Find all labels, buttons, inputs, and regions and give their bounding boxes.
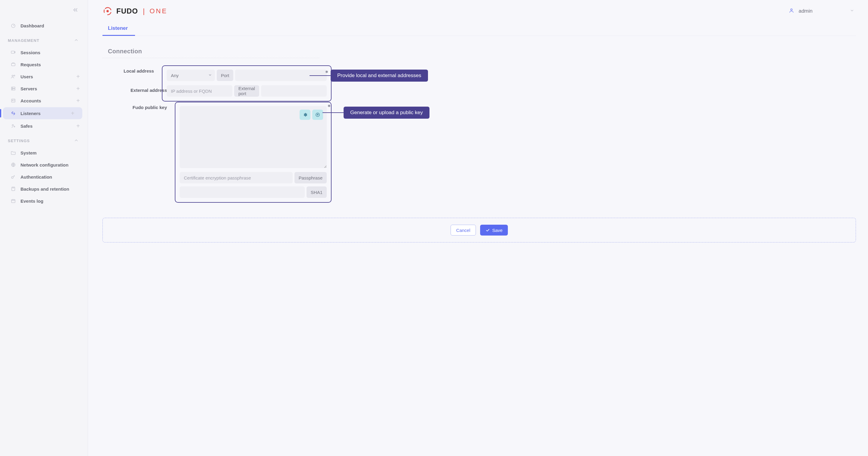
user-menu[interactable]: admin: [788, 7, 854, 15]
form-actions: Cancel Save: [102, 218, 856, 242]
calendar-icon: [10, 198, 16, 204]
sha-input[interactable]: [180, 187, 305, 198]
upload-icon: [315, 112, 320, 117]
sidebar-item-dashboard[interactable]: Dashboard: [0, 20, 88, 32]
svg-point-2: [14, 52, 15, 52]
svg-point-21: [790, 9, 792, 10]
section-title: Connection: [102, 48, 856, 55]
sidebar-item-label: Requests: [21, 62, 41, 67]
cancel-button[interactable]: Cancel: [451, 225, 476, 235]
sidebar-item-backups[interactable]: Backups and retention: [0, 183, 88, 195]
sha-addon: SHA1: [307, 187, 327, 198]
callout-publickey: Generate or upload a public key: [322, 107, 430, 119]
sidebar-item-label: Network configuration: [21, 162, 68, 167]
sidebar-item-system[interactable]: System: [0, 147, 88, 159]
plus-icon[interactable]: +: [76, 98, 80, 104]
sidebar-item-label: Dashboard: [21, 23, 44, 28]
sidebar-item-label: Backups and retention: [21, 187, 69, 192]
passphrase-addon: Passphrase: [294, 172, 327, 184]
sidebar-item-listeners[interactable]: Listeners +: [3, 107, 82, 119]
sidebar-item-label: System: [21, 150, 36, 155]
svg-rect-4: [11, 63, 15, 66]
requests-icon: [10, 61, 16, 67]
gauge-icon: [10, 23, 16, 29]
servers-icon: [10, 86, 16, 92]
user-icon: [788, 7, 795, 15]
label-local-address: Local address: [102, 65, 162, 73]
users-icon: [10, 73, 16, 79]
listeners-icon: [10, 110, 16, 116]
sidebar-item-sessions[interactable]: Sessions: [0, 46, 88, 58]
svg-rect-19: [11, 200, 15, 203]
sidebar-item-network[interactable]: Network configuration: [0, 159, 88, 171]
gear-icon: [303, 112, 307, 117]
svg-point-20: [106, 10, 109, 12]
tab-listener[interactable]: Listener: [102, 22, 135, 36]
sidebar-item-label: Servers: [21, 86, 37, 91]
sidebar-item-label: Safes: [21, 124, 33, 129]
plus-icon[interactable]: +: [76, 73, 80, 79]
chevron-down-icon: [850, 8, 854, 14]
plus-icon[interactable]: +: [71, 110, 74, 116]
upload-key-button[interactable]: [312, 110, 323, 120]
sidebar-item-label: Events log: [21, 198, 43, 204]
network-icon: [10, 162, 16, 168]
brand-mark-icon: [102, 6, 113, 16]
sidebar-section-management[interactable]: MANAGEMENT: [0, 32, 88, 46]
chevrons-left-icon[interactable]: [72, 7, 79, 14]
main: FUDO | ONE admin Listener Connection: [88, 0, 868, 456]
accounts-icon: [10, 98, 16, 104]
divider: [102, 58, 319, 58]
sidebar-item-label: Sessions: [21, 50, 40, 55]
publickey-group: Passphrase SHA1: [175, 102, 332, 203]
svg-rect-1: [11, 51, 14, 54]
svg-point-15: [14, 126, 15, 127]
sidebar-item-label: Authentication: [21, 174, 52, 180]
generate-key-button[interactable]: [300, 110, 310, 120]
brand-sep: |: [142, 7, 146, 15]
svg-rect-18: [12, 187, 15, 191]
plus-icon[interactable]: +: [76, 86, 80, 92]
svg-point-9: [12, 87, 12, 88]
key-icon: [10, 174, 16, 180]
passphrase-input[interactable]: [180, 172, 293, 184]
port-addon: Port: [217, 70, 234, 81]
safes-icon: [10, 123, 16, 129]
brand-logo: FUDO | ONE: [102, 6, 167, 16]
user-name: admin: [799, 8, 812, 14]
sidebar: Dashboard MANAGEMENT Sessions Requests: [0, 0, 88, 456]
svg-point-5: [12, 75, 13, 77]
sidebar-item-label: Accounts: [21, 98, 41, 103]
svg-point-13: [13, 113, 14, 114]
callout-addresses: Provide local and external addresses: [310, 70, 428, 82]
topbar: FUDO | ONE admin: [102, 0, 856, 21]
backups-icon: [10, 186, 16, 192]
svg-point-17: [11, 176, 13, 178]
brand-sub: ONE: [150, 7, 167, 15]
plus-icon[interactable]: +: [76, 123, 80, 129]
save-button[interactable]: Save: [480, 225, 508, 235]
local-address-select[interactable]: Any: [167, 70, 215, 81]
folder-icon: [10, 150, 16, 156]
external-port-addon: External port: [234, 85, 259, 97]
chevron-up-icon: [74, 38, 79, 43]
tabs: Listener: [102, 22, 856, 36]
sidebar-item-label: Listeners: [21, 111, 41, 116]
chevron-up-icon: [74, 138, 79, 144]
sidebar-item-label: Users: [21, 74, 33, 79]
sidebar-item-accounts[interactable]: Accounts +: [0, 95, 88, 107]
external-ip-input[interactable]: [167, 85, 232, 97]
sidebar-item-eventslog[interactable]: Events log: [0, 195, 88, 207]
svg-point-3: [14, 53, 15, 53]
brand-word: FUDO: [116, 7, 138, 15]
sidebar-item-requests[interactable]: Requests: [0, 58, 88, 70]
external-port-input[interactable]: [261, 85, 327, 97]
svg-point-14: [12, 125, 13, 126]
svg-point-6: [14, 75, 15, 76]
sidebar-section-settings[interactable]: SETTINGS: [0, 132, 88, 147]
sidebar-item-auth[interactable]: Authentication: [0, 171, 88, 183]
sidebar-item-users[interactable]: Users +: [0, 70, 88, 83]
sidebar-item-safes[interactable]: Safes +: [0, 120, 88, 132]
sidebar-item-servers[interactable]: Servers +: [0, 83, 88, 95]
svg-point-10: [12, 89, 12, 90]
